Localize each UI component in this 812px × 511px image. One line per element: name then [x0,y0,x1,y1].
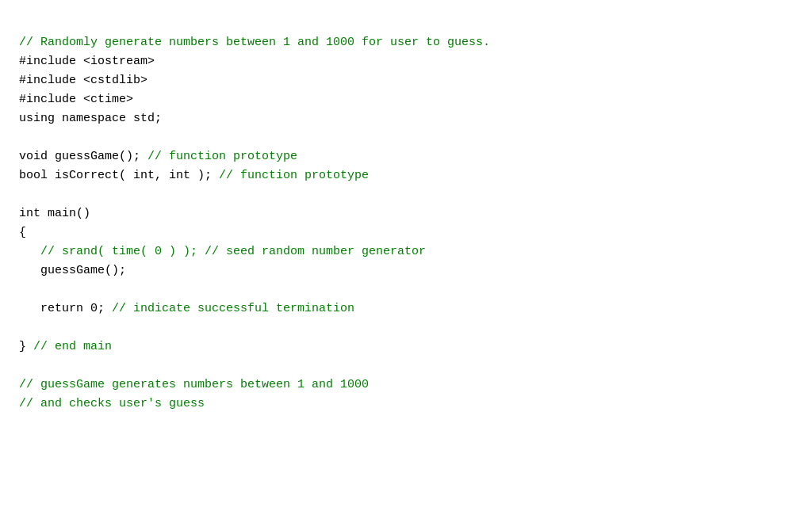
code-line: int main() [19,204,793,223]
code-line: } // end main [19,337,793,357]
code-line: // srand( time( 0 ) ); // seed random nu… [19,242,793,261]
code-line [19,318,793,337]
code-line: #include <cstdlib> [19,71,793,90]
code-line: { [19,223,793,242]
code-line: // and checks user's guess [19,395,793,414]
code-line: void guessGame(); // function prototype [19,147,793,166]
code-line: return 0; // indicate successful termina… [19,299,793,318]
code-line: #include <ctime> [19,90,793,109]
code-line: #include <iostream> [19,52,793,71]
code-line: guessGame(); [19,261,793,280]
code-viewer: // Randomly generate numbers between 1 a… [0,0,812,511]
code-line: // guessGame generates numbers between 1… [19,376,793,395]
code-line [19,128,793,147]
code-line [19,280,793,299]
code-line [19,185,793,204]
code-line [19,357,793,376]
code-line: using namespace std; [19,109,793,128]
code-line: // Randomly generate numbers between 1 a… [19,33,793,52]
code-line: bool isCorrect( int, int ); // function … [19,166,793,185]
